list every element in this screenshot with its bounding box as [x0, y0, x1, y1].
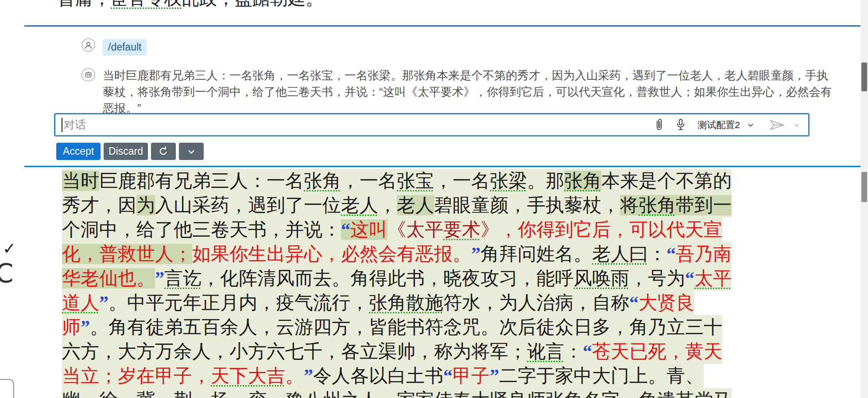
text-segment: 甲子: [453, 366, 490, 386]
document-text-line[interactable]: 化，普救世人；如果你生出异心，必然会有恶报。”角拜问姓名。老人曰：“吾乃南: [62, 242, 732, 266]
text-segment: 当立；岁在甲子，: [62, 366, 211, 386]
send-icon[interactable]: [768, 118, 786, 132]
document-text-line[interactable]: 师”。角有徒弟五百余人，云游四方，皆能书符念咒。次后徒众日多，角乃立三十: [62, 315, 722, 339]
text-segment: “: [341, 219, 350, 240]
text-segment: 带到一: [676, 195, 732, 215]
text-segment: “: [666, 244, 676, 264]
text-segment: 老人曰: [592, 244, 648, 264]
text-segment: 宦官专权: [111, 0, 182, 8]
text-segment: 风唤雨: [574, 268, 629, 289]
check-mark-icon: ✓: [3, 239, 16, 258]
document-text-line[interactable]: 当时巨鹿郡有兄弟三人：一名张角，一名张宝，一名张梁。那张角本来是个不第的: [62, 169, 732, 193]
text-segment: 老人: [341, 195, 378, 215]
text-segment: ”: [471, 244, 480, 264]
text-segment: 六方，大方万余人，小方六七千，各立渠帅，称为将军；: [62, 341, 527, 362]
more-options-button[interactable]: [179, 143, 204, 160]
send-chevron-icon[interactable]: [792, 121, 801, 129]
text-segment: ，号为: [629, 268, 685, 289]
text-segment: 言讫: [164, 268, 202, 289]
document-text-line[interactable]: 秀才，因为入山采药，遇到了一位老人，老人碧眼童颜，手执藜杖，将张角带到一: [62, 193, 732, 218]
text-segment: 华老仙也。: [62, 268, 155, 289]
document-text-line[interactable]: 道人”。中平元年正月内，疫气流行，张角散施符水，为人治病，自称“大贤良: [62, 291, 694, 315]
text-segment: 。中平元年正月内，疫气流行，: [108, 293, 369, 313]
document-text-line[interactable]: 当立；岁在甲子，天下大吉。”令人各以白土书“甲子”二字于家中大门上。青、: [62, 364, 704, 388]
scrollbar-thumb-lower[interactable]: [861, 172, 867, 202]
text-segment: 二字于家中大门上。青、: [499, 366, 704, 386]
assistant-message-line: 恶报。”: [103, 100, 847, 113]
text-segment: 要术: [443, 219, 480, 240]
text-segment: 角拜问姓名。: [480, 244, 592, 264]
clipped-c-glyph: C: [0, 258, 14, 289]
document-preview-text[interactable]: 当时巨鹿郡有兄弟三人：一名张角，一名张宝，一名张梁。那张角本来是个不第的秀才，因…: [62, 169, 732, 398]
attach-icon[interactable]: [653, 118, 665, 132]
scrollbar-thumb-upper[interactable]: [861, 62, 867, 91]
text-segment: “: [629, 293, 639, 313]
assistant-message-line: 当时巨鹿郡有兄弟三人：一名张角，一名张宝，一名张梁。那张角本来是个不第的秀才，因…: [103, 67, 847, 84]
chat-panel-top-border: [24, 25, 860, 27]
text-segment: ，: [378, 195, 397, 215]
text-segment: 大贤良: [639, 293, 694, 313]
text-segment: 昏庸，: [58, 0, 111, 8]
chat-input-placeholder: 对话: [64, 117, 653, 132]
more-chevron-icon: [186, 146, 197, 157]
text-segment: 吾乃南: [676, 244, 732, 264]
accept-button[interactable]: Accept: [56, 143, 101, 160]
text-segment: ”: [490, 366, 499, 386]
text-segment: 。: [285, 366, 304, 386]
text-segment: ”: [81, 317, 90, 337]
vertical-scrollbar[interactable]: [860, 0, 868, 398]
document-text-line[interactable]: 幽、徐、冀、荆、扬、兖、豫八州之人，家家侍奉大贤良师张角名字。角遣其党马: [62, 388, 732, 398]
text-segment: 入山采药，遇到了一位: [155, 195, 341, 215]
text-segment: 太平: [694, 268, 732, 289]
text-segment: 张角: [304, 171, 341, 191]
chat-input[interactable]: 对话 测试配置2: [54, 113, 810, 137]
text-segment: ”: [155, 268, 164, 289]
text-segment: 张角: [639, 195, 676, 215]
text-segment: 巨鹿郡有兄弟三人：一名: [99, 171, 304, 191]
text-segment: 》: [480, 219, 499, 240]
retry-button[interactable]: [151, 143, 176, 160]
text-segment: 将: [620, 195, 639, 215]
text-segment: ，化阵清风而去。角得此书，晓夜攻习，能呼: [202, 268, 574, 289]
text-segment: 道人: [62, 293, 99, 313]
config-chevron-icon[interactable]: [746, 121, 755, 129]
text-segment: 令人各以白土书: [313, 366, 443, 386]
document-text-line[interactable]: 六方，大方万余人，小方六七千，各立渠帅，称为将军；讹言：“苍天已死，黄天: [62, 339, 722, 364]
clipped-panel-corner: [0, 379, 14, 398]
text-segment: 苍天已死，黄天: [592, 341, 722, 362]
config-selector[interactable]: 测试配置2: [698, 119, 740, 131]
text-segment: ：: [648, 244, 666, 264]
text-segment: ”: [99, 293, 108, 313]
text-segment: 讹言: [527, 341, 564, 362]
text-segment: 为: [136, 195, 155, 215]
text-segment: 师: [62, 317, 81, 337]
text-segment: “: [583, 341, 592, 362]
text-segment: 张梁: [490, 171, 527, 191]
text-segment: 老人: [397, 195, 434, 215]
text-segment: ”: [304, 366, 313, 386]
prompt-command-pill[interactable]: /default: [103, 39, 147, 55]
discard-button[interactable]: Discard: [104, 143, 148, 160]
text-segment: 乱政，盘踞朝廷。: [182, 0, 323, 8]
text-segment: 个洞中，给了他三卷天书，并说：: [62, 219, 341, 240]
text-segment: 化，普救世人；: [62, 244, 192, 264]
text-segment: 碧眼童颜，手执藜杖，: [434, 195, 620, 215]
text-segment: “: [443, 366, 453, 386]
text-segment: 天下大吉: [211, 366, 285, 386]
assistant-message: 当时巨鹿郡有兄弟三人：一名张角，一名张宝，一名张梁。那张角本来是个不第的秀才，因…: [103, 67, 847, 113]
retry-icon: [158, 146, 169, 157]
text-segment: 当时: [62, 171, 99, 191]
text-segment: ，一名: [434, 171, 490, 191]
text-segment: 这叫: [350, 219, 388, 240]
microphone-icon[interactable]: [674, 118, 687, 132]
text-segment: 《太平: [388, 219, 443, 240]
text-segment: 张宝: [397, 171, 434, 191]
text-segment: ，你得到它后，可以代天宣: [499, 219, 722, 240]
assistant-bot-icon: [81, 68, 95, 82]
text-segment: 如果你生出异心，必然会有恶报。: [192, 244, 471, 264]
text-segment: 秀才，因: [62, 195, 136, 215]
text-segment: “: [685, 268, 694, 289]
document-text-line[interactable]: 华老仙也。”言讫，化阵清风而去。角得此书，晓夜攻习，能呼风唤雨，号为“太平: [62, 266, 732, 291]
document-text-line[interactable]: 个洞中，给了他三卷天书，并说：“这叫《太平要术》，你得到它后，可以代天宣: [62, 218, 722, 242]
user-avatar-icon: [81, 38, 95, 52]
